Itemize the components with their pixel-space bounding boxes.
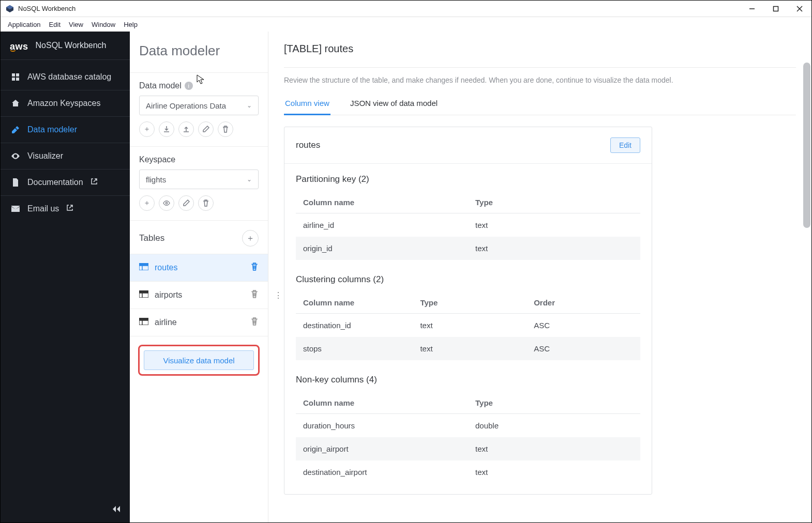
menu-help[interactable]: Help: [119, 19, 142, 30]
aws-logo: aws ⌣: [10, 41, 28, 50]
table-item-airline[interactable]: airline: [130, 309, 268, 336]
sidebar: aws ⌣ NoSQL Workbench AWS database catal…: [1, 32, 130, 522]
visualize-button[interactable]: Visualize data model: [144, 350, 254, 370]
titlebar: NoSQL Workbench: [1, 1, 811, 17]
doc-icon: [11, 178, 20, 187]
table-icon: [139, 263, 148, 272]
grid-icon: [11, 72, 20, 82]
nonkey-title: Non-key columns (4): [296, 375, 640, 385]
svg-rect-3: [774, 6, 778, 11]
menubar: Application Edit View Window Help: [1, 17, 811, 32]
modeler-panel: Data modeler Data model i Airline Operat…: [130, 32, 268, 522]
sidebar-item-keyspaces[interactable]: Amazon Keyspaces: [1, 90, 130, 117]
external-icon: [91, 178, 98, 187]
window-title: NoSQL Workbench: [18, 5, 76, 12]
external-icon: [66, 204, 73, 213]
keyspace-edit-button[interactable]: [178, 195, 194, 211]
sidebar-item-label: AWS database catalog: [27, 72, 111, 82]
panel-heading: Data modeler: [130, 32, 268, 72]
table-item-routes[interactable]: routes: [130, 254, 268, 281]
model-label: Data model i: [139, 81, 259, 90]
sidebar-item-label: Documentation: [27, 178, 83, 187]
model-select[interactable]: Airline Operations Data ⌄: [139, 96, 259, 115]
sidebar-item-label: Email us: [27, 204, 59, 213]
svg-rect-18: [139, 290, 148, 293]
maximize-button[interactable]: [764, 1, 788, 17]
tabs: Column view JSON view of data model: [284, 95, 796, 115]
content-title: [TABLE] routes: [284, 43, 796, 55]
table-row: destination_airporttext: [296, 460, 640, 484]
edit-button[interactable]: Edit: [610, 137, 640, 153]
svg-rect-14: [139, 263, 148, 266]
table-row: origin_idtext: [296, 237, 640, 260]
mail-icon: [11, 204, 20, 213]
content-area: [TABLE] routes Review the structure of t…: [268, 32, 811, 506]
model-delete-button[interactable]: [218, 121, 233, 137]
keyspace-label: Keyspace: [139, 155, 259, 164]
sidebar-item-docs[interactable]: Documentation: [1, 170, 130, 196]
sidebar-item-catalog[interactable]: AWS database catalog: [1, 64, 130, 90]
menu-view[interactable]: View: [65, 19, 87, 30]
sidebar-item-label: Data modeler: [27, 125, 77, 134]
table-icon: [139, 290, 148, 300]
eye-icon: [11, 151, 20, 161]
table-icon: [139, 318, 148, 327]
delete-table-button[interactable]: [250, 290, 259, 300]
tables-list: routes airports airline: [130, 254, 268, 336]
model-add-button[interactable]: ＋: [139, 121, 155, 137]
delete-table-button[interactable]: [250, 317, 259, 328]
sidebar-title: NoSQL Workbench: [36, 41, 107, 50]
sidebar-item-visualizer[interactable]: Visualizer: [1, 143, 130, 170]
table-row: stopstextASC: [296, 337, 640, 360]
chevron-down-icon: ⌄: [247, 102, 252, 109]
table-row: destination_idtextASC: [296, 314, 640, 337]
svg-rect-22: [139, 318, 148, 320]
minimize-button[interactable]: [740, 1, 764, 17]
tab-json-view[interactable]: JSON view of data model: [349, 95, 439, 115]
svg-rect-8: [12, 78, 15, 81]
info-icon[interactable]: i: [185, 82, 193, 90]
content-description: Review the structure of the table, and m…: [284, 76, 796, 84]
table-row: duration_hoursdouble: [296, 414, 640, 438]
visualize-highlight: Visualize data model: [138, 345, 260, 376]
model-download-button[interactable]: [159, 121, 174, 137]
clustering-table: Column name Type Order destination_idtex…: [296, 292, 640, 360]
table-item-airports[interactable]: airports: [130, 281, 268, 309]
menu-edit[interactable]: Edit: [45, 19, 65, 30]
sidebar-item-label: Visualizer: [27, 151, 63, 161]
collapse-sidebar-button[interactable]: [111, 504, 121, 515]
svg-point-10: [166, 202, 168, 204]
close-button[interactable]: [788, 1, 811, 17]
svg-rect-6: [12, 73, 15, 76]
keyspace-delete-button[interactable]: [198, 195, 214, 211]
card-title: routes: [296, 140, 320, 150]
table-row: origin_airporttext: [296, 437, 640, 460]
partitioning-table: Column name Type airline_idtext origin_i…: [296, 192, 640, 260]
sidebar-item-label: Amazon Keyspaces: [27, 99, 100, 108]
tool-icon: [11, 125, 20, 134]
app-icon: [6, 5, 14, 13]
model-edit-button[interactable]: [198, 121, 214, 137]
partitioning-title: Partitioning key (2): [296, 174, 640, 184]
menu-application[interactable]: Application: [4, 19, 45, 30]
keyspace-view-button[interactable]: [159, 195, 174, 211]
nonkey-table: Column name Type duration_hoursdouble or…: [296, 392, 640, 484]
clustering-title: Clustering columns (2): [296, 274, 640, 285]
table-card: routes Edit Partitioning key (2) Column …: [284, 127, 652, 495]
add-table-button[interactable]: ＋: [242, 230, 259, 247]
keyspace-add-button[interactable]: ＋: [139, 195, 155, 211]
table-row: airline_idtext: [296, 213, 640, 237]
model-upload-button[interactable]: [178, 121, 194, 137]
sidebar-item-email[interactable]: Email us: [1, 196, 130, 222]
keyspace-select[interactable]: flights ⌄: [139, 170, 259, 189]
svg-rect-7: [16, 73, 19, 76]
svg-rect-9: [16, 78, 19, 81]
home-icon: [11, 99, 20, 108]
sidebar-item-modeler[interactable]: Data modeler: [1, 117, 130, 143]
tab-column-view[interactable]: Column view: [284, 95, 330, 115]
menu-window[interactable]: Window: [87, 19, 119, 30]
tables-label: Tables: [139, 233, 164, 243]
chevron-down-icon: ⌄: [247, 176, 252, 183]
delete-table-button[interactable]: [250, 263, 259, 273]
scrollbar[interactable]: [803, 63, 810, 228]
